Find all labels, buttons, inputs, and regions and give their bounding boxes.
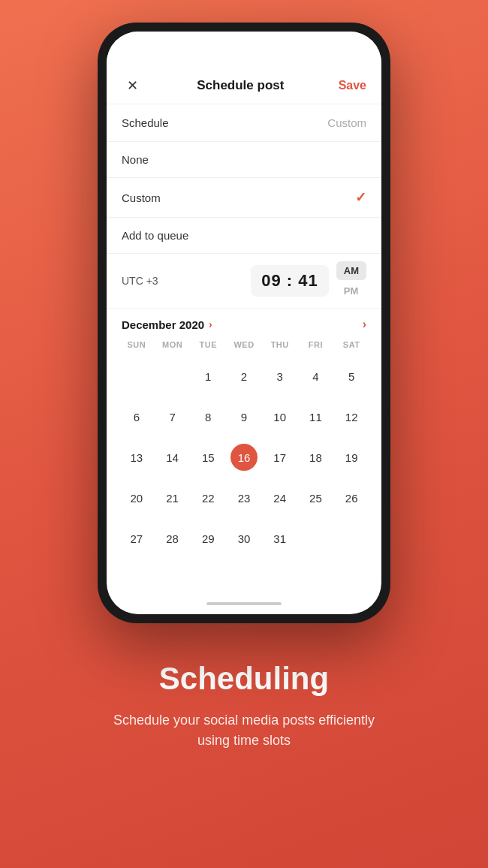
time-picker: 09 : 41 AM PM: [251, 261, 366, 300]
day-31[interactable]: 31: [262, 519, 298, 558]
notch-bar: [107, 32, 381, 65]
none-label: None: [122, 153, 149, 166]
next-month-icon[interactable]: ›: [363, 318, 366, 331]
month-label: December 2020: [122, 318, 204, 331]
day-15[interactable]: 15: [190, 438, 226, 477]
header-wed: WED: [226, 337, 262, 352]
day-8[interactable]: 8: [190, 397, 226, 436]
day-12[interactable]: 12: [333, 397, 369, 436]
calendar-container: December 2020 › › SUN MON TUE WED THU FR…: [107, 309, 381, 593]
day-16-selected[interactable]: 16: [226, 438, 262, 477]
day-19[interactable]: 19: [333, 438, 369, 477]
day-9[interactable]: 9: [226, 397, 262, 436]
day-2[interactable]: 2: [226, 357, 262, 396]
header-mon: MON: [155, 337, 191, 352]
header-sun: SUN: [119, 337, 155, 352]
modal-title: Schedule post: [197, 78, 284, 93]
day-14[interactable]: 14: [155, 438, 191, 477]
header-fri: FRI: [298, 337, 334, 352]
calendar-header: December 2020 › ›: [119, 309, 369, 337]
day-empty: [298, 519, 334, 558]
week-5: 27 28 29 30 31: [119, 519, 369, 558]
feature-title: Scheduling: [159, 661, 329, 697]
custom-label: Custom: [122, 191, 161, 204]
ampm-group: AM PM: [336, 261, 366, 300]
hours-display: 09: [261, 271, 281, 290]
day-empty: [155, 357, 191, 396]
bottom-section: Scheduling Schedule your social media po…: [71, 623, 417, 868]
minutes-display: 41: [298, 271, 318, 290]
custom-option[interactable]: Custom ✓: [107, 178, 381, 218]
queue-option[interactable]: Add to queue: [107, 218, 381, 254]
day-5[interactable]: 5: [333, 357, 369, 396]
day-26[interactable]: 26: [333, 478, 369, 517]
home-indicator: [107, 593, 381, 614]
day-13[interactable]: 13: [119, 438, 155, 477]
schedule-label: Schedule: [122, 116, 169, 129]
day-21[interactable]: 21: [155, 478, 191, 517]
day-3[interactable]: 3: [262, 357, 298, 396]
schedule-value: Custom: [327, 116, 366, 129]
day-25[interactable]: 25: [298, 478, 334, 517]
day-27[interactable]: 27: [119, 519, 155, 558]
phone-screen: ✕ Schedule post Save Schedule Custom Non…: [107, 32, 381, 614]
header-thu: THU: [262, 337, 298, 352]
day-18[interactable]: 18: [298, 438, 334, 477]
utc-label: UTC +3: [122, 275, 158, 287]
header-sat: SAT: [333, 337, 369, 352]
day-7[interactable]: 7: [155, 397, 191, 436]
week-1: 1 2 3 4 5: [119, 357, 369, 396]
day-6[interactable]: 6: [119, 397, 155, 436]
day-headers: SUN MON TUE WED THU FRI SAT: [119, 337, 369, 352]
day-17[interactable]: 17: [262, 438, 298, 477]
modal-header: ✕ Schedule post Save: [107, 65, 381, 104]
calendar-grid: SUN MON TUE WED THU FRI SAT 1 2 3 4 5: [119, 337, 369, 558]
week-3: 13 14 15 16 17 18 19: [119, 438, 369, 477]
day-22[interactable]: 22: [190, 478, 226, 517]
header-tue: TUE: [190, 337, 226, 352]
feature-description: Schedule your social media posts efficie…: [101, 710, 387, 751]
day-28[interactable]: 28: [155, 519, 191, 558]
time-separator: :: [287, 271, 293, 290]
day-29[interactable]: 29: [190, 519, 226, 558]
day-20[interactable]: 20: [119, 478, 155, 517]
week-4: 20 21 22 23 24 25 26: [119, 478, 369, 517]
close-button[interactable]: ✕: [122, 75, 143, 96]
close-icon: ✕: [127, 77, 138, 94]
week-2: 6 7 8 9 10 11 12: [119, 397, 369, 436]
queue-label: Add to queue: [122, 229, 188, 242]
calendar-month[interactable]: December 2020 ›: [122, 318, 212, 331]
time-display[interactable]: 09 : 41: [251, 265, 329, 297]
day-10[interactable]: 10: [262, 397, 298, 436]
am-button[interactable]: AM: [336, 261, 366, 280]
save-button[interactable]: Save: [339, 79, 366, 92]
day-11[interactable]: 11: [298, 397, 334, 436]
home-bar: [206, 602, 282, 605]
check-icon: ✓: [355, 189, 366, 206]
phone-shell: ✕ Schedule post Save Schedule Custom Non…: [98, 23, 390, 623]
day-30[interactable]: 30: [226, 519, 262, 558]
day-empty: [119, 357, 155, 396]
time-row: UTC +3 09 : 41 AM PM: [107, 254, 381, 309]
day-1[interactable]: 1: [190, 357, 226, 396]
day-24[interactable]: 24: [262, 478, 298, 517]
none-option[interactable]: None: [107, 142, 381, 178]
day-4[interactable]: 4: [298, 357, 334, 396]
day-23[interactable]: 23: [226, 478, 262, 517]
month-chevron-icon: ›: [209, 318, 212, 330]
day-empty: [333, 519, 369, 558]
schedule-row: Schedule Custom: [107, 104, 381, 142]
pm-button[interactable]: PM: [336, 282, 366, 300]
